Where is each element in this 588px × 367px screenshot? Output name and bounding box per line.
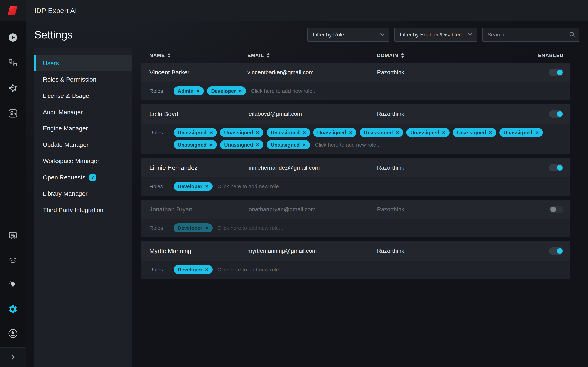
remove-role-icon[interactable]: × xyxy=(239,88,242,94)
header-domain[interactable]: DOMAIN xyxy=(377,53,538,58)
remove-role-icon[interactable]: × xyxy=(349,130,352,135)
network-icon[interactable] xyxy=(8,83,18,93)
sidebar-item-audit-manager[interactable]: Audit Manager xyxy=(34,104,132,120)
role-chip-label: Unassigned xyxy=(271,142,300,148)
toggle-knob xyxy=(557,165,563,171)
role-chip[interactable]: Unassigned × xyxy=(360,128,403,137)
remove-role-icon[interactable]: × xyxy=(209,130,213,135)
user-avatar-icon[interactable] xyxy=(8,328,18,339)
sidebar-item-license-usage[interactable]: License & Usage xyxy=(34,88,132,104)
user-domain: Razorthink xyxy=(377,165,549,171)
remove-role-icon[interactable]: × xyxy=(205,267,208,272)
user-card: Myrtle Manning myrtlemanning@gmail.com R… xyxy=(141,242,570,279)
run-icon[interactable] xyxy=(8,32,18,43)
remove-role-icon[interactable]: × xyxy=(256,142,259,148)
role-chip-label: Developer xyxy=(178,184,202,189)
header-name[interactable]: NAME xyxy=(149,53,247,58)
role-chip[interactable]: Unassigned × xyxy=(453,128,496,137)
sort-icon xyxy=(267,53,270,58)
sidebar-item-library-manager[interactable]: Library Manager xyxy=(34,185,132,202)
enabled-toggle[interactable] xyxy=(549,206,563,213)
user-row: Myrtle Manning myrtlemanning@gmail.com R… xyxy=(141,242,570,261)
role-chip[interactable]: Unassigned × xyxy=(173,140,217,149)
user-row: Vincent Barker vincentbarker@gmail.com R… xyxy=(141,63,570,82)
search-box xyxy=(482,28,579,42)
sidebar-item-roles-permission[interactable]: Roles & Permission xyxy=(34,71,132,88)
enabled-toggle[interactable] xyxy=(549,69,563,76)
sidebar-item-users[interactable]: Users xyxy=(34,55,132,71)
chevron-down-icon xyxy=(467,33,472,36)
role-chips: Admin × Developer × Click here to add ne… xyxy=(173,86,563,95)
sidebar-item-engine-manager[interactable]: Engine Manager xyxy=(34,120,132,137)
user-card: Leila Boyd leilaboyd@gmail.com Razorthin… xyxy=(141,104,570,154)
role-chip[interactable]: Unassigned × xyxy=(220,140,263,149)
role-chip-label: Unassigned xyxy=(224,142,253,148)
user-name: Jonathan Bryan xyxy=(149,206,247,213)
role-chip-label: Unassigned xyxy=(364,130,393,136)
main-area: IDP Expert AI Settings Filter by Role Fi… xyxy=(26,0,588,367)
sidebar-item-open-requests[interactable]: Open Requests 7 xyxy=(34,169,132,185)
role-chip[interactable]: Admin × xyxy=(173,86,204,95)
header-email[interactable]: EMAIL xyxy=(247,53,377,58)
jupyter-icon[interactable]: jupyter xyxy=(8,255,18,266)
add-role-input[interactable]: Click here to add new role... xyxy=(251,86,317,95)
user-name: Linnie Hernandez xyxy=(149,164,247,171)
header-enabled: ENABLED xyxy=(538,53,563,58)
role-chip[interactable]: Developer × xyxy=(173,182,213,191)
remove-role-icon[interactable]: × xyxy=(535,130,539,135)
expand-rail-button[interactable] xyxy=(0,347,26,367)
sidebar-item-label: Roles & Permission xyxy=(43,76,96,83)
insights-bulb-icon[interactable] xyxy=(8,279,18,290)
filter-by-role-select[interactable]: Filter by Role xyxy=(307,28,389,42)
sort-icon xyxy=(401,53,405,58)
filter-by-enabled-label: Filter by Enabled/Disabled xyxy=(400,32,462,38)
remove-role-icon[interactable]: × xyxy=(256,130,259,135)
role-chip-label: Unassigned xyxy=(224,130,253,136)
enabled-toggle[interactable] xyxy=(549,164,563,171)
table-header: NAME EMAIL DOMAIN ENABLED xyxy=(141,48,570,63)
remove-role-icon[interactable]: × xyxy=(489,130,492,135)
remove-role-icon[interactable]: × xyxy=(205,225,208,231)
remove-role-icon[interactable]: × xyxy=(205,184,208,189)
role-chip[interactable]: Unassigned × xyxy=(173,128,217,137)
sidebar-item-update-manager[interactable]: Update Manager xyxy=(34,137,132,153)
remove-role-icon[interactable]: × xyxy=(209,142,213,148)
role-chip[interactable]: Developer × xyxy=(173,224,213,233)
remove-role-icon[interactable]: × xyxy=(396,130,399,135)
app-root: jupyter xyxy=(0,0,588,367)
filter-by-enabled-select[interactable]: Filter by Enabled/Disabled xyxy=(394,28,477,42)
remove-role-icon[interactable]: × xyxy=(303,130,306,135)
sidebar-item-workspace-manager[interactable]: Workspace Manager xyxy=(34,153,132,169)
pipeline-icon[interactable] xyxy=(8,58,18,68)
remove-role-icon[interactable]: × xyxy=(196,88,200,94)
enabled-toggle[interactable] xyxy=(549,247,563,255)
settings-gear-icon[interactable] xyxy=(8,304,18,314)
role-chip[interactable]: Unassigned × xyxy=(406,128,450,137)
remove-role-icon[interactable]: × xyxy=(303,142,306,148)
sidebar-item-label: Workspace Manager xyxy=(43,158,99,165)
search-input[interactable] xyxy=(488,32,569,38)
add-role-input[interactable]: Click here to add new role... xyxy=(217,265,283,274)
role-chip[interactable]: Unassigned × xyxy=(499,128,543,137)
user-config-icon[interactable] xyxy=(8,108,18,119)
role-chip[interactable]: Developer × xyxy=(173,265,213,274)
remove-role-icon[interactable]: × xyxy=(442,130,445,135)
role-chips: Developer × Click here to add new role..… xyxy=(173,224,563,233)
role-chip[interactable]: Unassigned × xyxy=(220,128,263,137)
roles-label: Roles xyxy=(149,265,173,274)
razorthink-logo[interactable] xyxy=(0,0,26,21)
add-role-input[interactable]: Click here to add new role... xyxy=(217,182,283,191)
role-chip-label: Unassigned xyxy=(178,130,207,136)
user-email: leilaboyd@gmail.com xyxy=(247,111,377,117)
role-chip[interactable]: Unassigned × xyxy=(267,128,310,137)
user-card: Vincent Barker vincentbarker@gmail.com R… xyxy=(141,63,570,100)
chevron-down-icon xyxy=(380,33,385,36)
enabled-toggle[interactable] xyxy=(549,110,563,118)
sidebar-item-third-party-integration[interactable]: Third Party Integration xyxy=(34,202,132,218)
add-role-input[interactable]: Click here to add new role... xyxy=(315,140,380,149)
role-chip[interactable]: Unassigned × xyxy=(267,140,310,149)
role-chip[interactable]: Unassigned × xyxy=(313,128,356,137)
role-chip[interactable]: Developer × xyxy=(207,86,246,95)
add-role-input[interactable]: Click here to add new role... xyxy=(217,224,283,233)
canvas-icon[interactable] xyxy=(8,230,18,241)
